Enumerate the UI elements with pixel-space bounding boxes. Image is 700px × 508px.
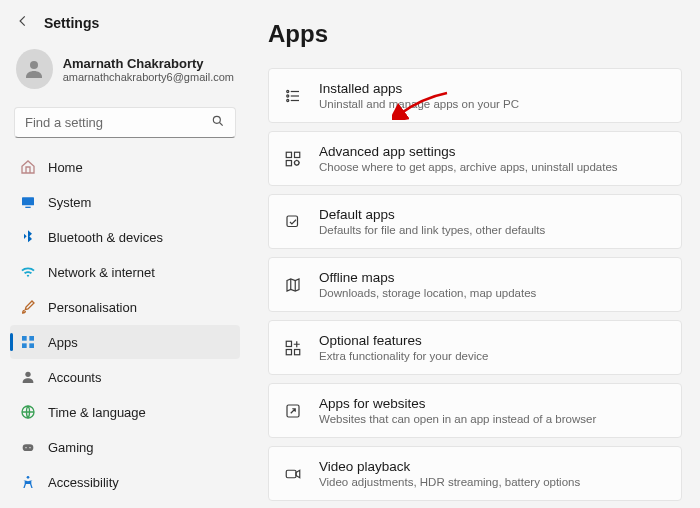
svg-point-1 xyxy=(213,116,220,123)
wifi-icon xyxy=(20,264,36,280)
open-link-icon xyxy=(283,401,303,421)
card-sub: Uninstall and manage apps on your PC xyxy=(319,98,519,110)
svg-rect-18 xyxy=(295,152,300,157)
search-icon xyxy=(211,114,225,131)
card-sub: Downloads, storage location, map updates xyxy=(319,287,536,299)
plus-grid-icon xyxy=(283,338,303,358)
sidebar-item-label: Accessibility xyxy=(48,475,119,490)
card-title: Offline maps xyxy=(319,270,536,285)
video-icon xyxy=(283,464,303,484)
gaming-icon xyxy=(20,439,36,455)
sidebar-item-label: Home xyxy=(48,160,83,175)
nav: Home System Bluetooth & devices Network … xyxy=(10,150,240,508)
svg-rect-5 xyxy=(29,336,34,341)
list-icon xyxy=(283,86,303,106)
settings-title: Settings xyxy=(44,15,99,31)
svg-rect-6 xyxy=(22,343,27,348)
profile-block[interactable]: Amarnath Chakraborty amarnathchakraborty… xyxy=(10,43,240,103)
card-title: Optional features xyxy=(319,333,488,348)
card-optional-features[interactable]: Optional features Extra functionality fo… xyxy=(268,320,682,375)
home-icon xyxy=(20,159,36,175)
svg-rect-23 xyxy=(286,349,291,354)
sidebar-item-accounts[interactable]: Accounts xyxy=(10,360,240,394)
sidebar-item-label: Apps xyxy=(48,335,78,350)
search-box[interactable] xyxy=(14,107,236,138)
sidebar-item-bluetooth[interactable]: Bluetooth & devices xyxy=(10,220,240,254)
sidebar-item-label: Personalisation xyxy=(48,300,137,315)
header-row: Settings xyxy=(10,10,240,43)
search-input[interactable] xyxy=(25,115,211,130)
accessibility-icon xyxy=(20,474,36,490)
svg-rect-10 xyxy=(23,444,34,451)
svg-point-13 xyxy=(27,476,30,479)
apps-icon xyxy=(20,334,36,350)
sidebar-item-label: Bluetooth & devices xyxy=(48,230,163,245)
system-icon xyxy=(20,194,36,210)
sidebar-item-system[interactable]: System xyxy=(10,185,240,219)
svg-rect-22 xyxy=(286,341,291,346)
card-sub: Video adjustments, HDR streaming, batter… xyxy=(319,476,580,488)
gear-grid-icon xyxy=(283,149,303,169)
sidebar-item-label: Accounts xyxy=(48,370,101,385)
svg-point-12 xyxy=(29,447,30,448)
card-title: Apps for websites xyxy=(319,396,596,411)
card-title: Video playback xyxy=(319,459,580,474)
card-title: Advanced app settings xyxy=(319,144,618,159)
svg-point-14 xyxy=(287,90,289,92)
sidebar-item-label: Network & internet xyxy=(48,265,155,280)
card-advanced-settings[interactable]: Advanced app settings Choose where to ge… xyxy=(268,131,682,186)
svg-rect-24 xyxy=(295,349,300,354)
card-sub: Websites that can open in an app instead… xyxy=(319,413,596,425)
card-apps-websites[interactable]: Apps for websites Websites that can open… xyxy=(268,383,682,438)
svg-point-8 xyxy=(25,372,30,377)
svg-rect-26 xyxy=(286,470,296,478)
bluetooth-icon xyxy=(20,229,36,245)
page-title: Apps xyxy=(268,20,682,48)
card-video-playback[interactable]: Video playback Video adjustments, HDR st… xyxy=(268,446,682,501)
back-icon[interactable] xyxy=(16,14,30,31)
svg-point-15 xyxy=(287,94,289,96)
sidebar-item-time[interactable]: Time & language xyxy=(10,395,240,429)
sidebar-item-accessibility[interactable]: Accessibility xyxy=(10,465,240,499)
sidebar-item-gaming[interactable]: Gaming xyxy=(10,430,240,464)
svg-rect-2 xyxy=(22,197,34,205)
svg-rect-3 xyxy=(25,207,30,208)
default-icon xyxy=(283,212,303,232)
sidebar-item-home[interactable]: Home xyxy=(10,150,240,184)
svg-point-11 xyxy=(25,447,26,448)
svg-rect-7 xyxy=(29,343,34,348)
sidebar-item-personalisation[interactable]: Personalisation xyxy=(10,290,240,324)
card-installed-apps[interactable]: Installed apps Uninstall and manage apps… xyxy=(268,68,682,123)
main: Apps Installed apps Uninstall and manage… xyxy=(248,0,700,508)
card-sub: Extra functionality for your device xyxy=(319,350,488,362)
svg-point-0 xyxy=(30,61,38,69)
user-email: amarnathchakraborty6@gmail.com xyxy=(63,71,234,83)
brush-icon xyxy=(20,299,36,315)
card-sub: Choose where to get apps, archive apps, … xyxy=(319,161,618,173)
sidebar-item-privacy[interactable]: Privacy & security xyxy=(10,500,240,508)
sidebar: Settings Amarnath Chakraborty amarnathch… xyxy=(0,0,248,508)
svg-rect-19 xyxy=(286,160,291,165)
sidebar-item-apps[interactable]: Apps xyxy=(10,325,240,359)
card-sub: Defaults for file and link types, other … xyxy=(319,224,545,236)
svg-point-16 xyxy=(287,99,289,101)
sidebar-item-network[interactable]: Network & internet xyxy=(10,255,240,289)
person-icon xyxy=(20,369,36,385)
card-default-apps[interactable]: Default apps Defaults for file and link … xyxy=(268,194,682,249)
card-title: Default apps xyxy=(319,207,545,222)
user-name: Amarnath Chakraborty xyxy=(63,56,234,71)
sidebar-item-label: System xyxy=(48,195,91,210)
svg-point-20 xyxy=(295,160,300,165)
sidebar-item-label: Time & language xyxy=(48,405,146,420)
svg-rect-4 xyxy=(22,336,27,341)
map-icon xyxy=(283,275,303,295)
sidebar-item-label: Gaming xyxy=(48,440,94,455)
card-offline-maps[interactable]: Offline maps Downloads, storage location… xyxy=(268,257,682,312)
globe-icon xyxy=(20,404,36,420)
avatar xyxy=(16,49,53,89)
svg-rect-21 xyxy=(287,216,298,227)
svg-rect-17 xyxy=(286,152,291,157)
card-title: Installed apps xyxy=(319,81,519,96)
